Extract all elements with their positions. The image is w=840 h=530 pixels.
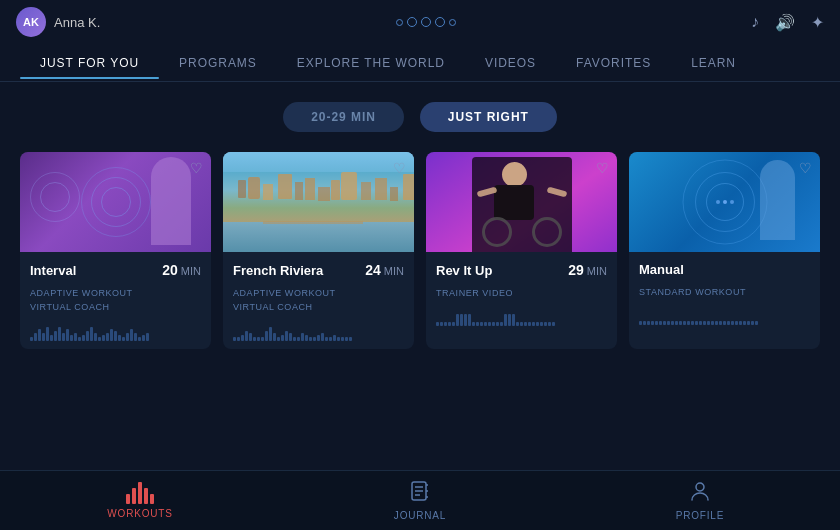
logo-dots xyxy=(396,17,456,27)
card-interval-info: Interval 20 MIN ADAPTIVE WORKOUTVIRTUAL … xyxy=(20,252,211,349)
workouts-icon xyxy=(126,482,154,504)
filter-20-29-min[interactable]: 20-29 MIN xyxy=(283,102,404,132)
nav-item-just-for-you[interactable]: JUST FOR YOU xyxy=(20,48,159,78)
bluetooth-icon[interactable]: ✦ xyxy=(811,13,824,32)
card-interval-image: ♡ xyxy=(20,152,211,252)
volume-icon[interactable]: 🔊 xyxy=(775,13,795,32)
logo-dot-4 xyxy=(449,19,456,26)
bottom-nav-journal[interactable]: JOURNAL xyxy=(370,481,470,521)
card-riviera-duration: 24 MIN xyxy=(365,262,404,278)
card-riviera-waveform xyxy=(233,323,404,343)
top-icons: ♪ 🔊 ✦ xyxy=(751,13,824,32)
nav-item-learn[interactable]: LEARN xyxy=(671,48,756,78)
card-rev-heart[interactable]: ♡ xyxy=(596,160,609,176)
user-name: Anna K. xyxy=(54,15,100,30)
main-content: 20-29 MIN JUST RIGHT ♡ xyxy=(0,82,840,359)
user-info: AK Anna K. xyxy=(16,7,100,37)
card-manual-waveform xyxy=(639,307,810,327)
card-rev-title: Rev It Up xyxy=(436,263,492,278)
card-rev-it-up[interactable]: ♡ Rev It Up 29 MIN TRAINER VIDEO xyxy=(426,152,617,349)
profile-icon xyxy=(689,480,711,506)
center-logo xyxy=(396,17,456,27)
profile-label: PROFILE xyxy=(676,510,724,521)
card-rev-tags: TRAINER VIDEO xyxy=(436,286,607,300)
card-manual-info: Manual STANDARD WORKOUT xyxy=(629,252,820,333)
card-interval-waveform xyxy=(30,323,201,343)
card-rev-waveform xyxy=(436,308,607,328)
card-manual-heart[interactable]: ♡ xyxy=(799,160,812,176)
filter-just-right[interactable]: JUST RIGHT xyxy=(420,102,557,132)
logo-dot-1 xyxy=(396,19,403,26)
card-riviera-image: ♡ xyxy=(223,152,414,252)
bottom-nav-profile[interactable]: PROFILE xyxy=(650,480,750,521)
card-manual[interactable]: ♡ Manual STANDARD WORKOUT xyxy=(629,152,820,349)
nav-bar: JUST FOR YOU PROGRAMS EXPLORE THE WORLD … xyxy=(0,44,840,82)
music-icon[interactable]: ♪ xyxy=(751,13,759,31)
card-rev-info: Rev It Up 29 MIN TRAINER VIDEO xyxy=(426,252,617,334)
card-manual-title: Manual xyxy=(639,262,684,277)
card-riviera-tags: ADAPTIVE WORKOUTVIRTUAL COACH xyxy=(233,286,404,315)
nav-item-explore-world[interactable]: EXPLORE THE WORLD xyxy=(277,48,465,78)
card-rev-duration: 29 MIN xyxy=(568,262,607,278)
svg-point-7 xyxy=(696,483,704,491)
journal-icon xyxy=(410,481,430,506)
card-interval[interactable]: ♡ Interval 20 MIN ADAPTIVE WORKOUTVIRTUA… xyxy=(20,152,211,349)
card-interval-tags: ADAPTIVE WORKOUTVIRTUAL COACH xyxy=(30,286,201,315)
card-interval-title: Interval xyxy=(30,263,76,278)
logo-dot-2 xyxy=(407,17,417,27)
card-manual-image: ♡ xyxy=(629,152,820,252)
card-manual-tags: STANDARD WORKOUT xyxy=(639,285,810,299)
filter-row: 20-29 MIN JUST RIGHT xyxy=(20,102,820,132)
card-interval-heart[interactable]: ♡ xyxy=(190,160,203,176)
top-bar: AK Anna K. ♪ 🔊 ✦ xyxy=(0,0,840,44)
card-rev-image: ♡ xyxy=(426,152,617,252)
logo-dot-3 xyxy=(435,17,445,27)
avatar: AK xyxy=(16,7,46,37)
logo-dot-center xyxy=(421,17,431,27)
card-interval-duration: 20 MIN xyxy=(162,262,201,278)
nav-item-videos[interactable]: VIDEOS xyxy=(465,48,556,78)
card-riviera-heart[interactable]: ♡ xyxy=(393,160,406,176)
nav-item-favorites[interactable]: FAVORITES xyxy=(556,48,671,78)
card-riviera-title: French Riviera xyxy=(233,263,323,278)
bottom-nav-workouts[interactable]: WORKOUTS xyxy=(90,482,190,519)
card-riviera-info: French Riviera 24 MIN ADAPTIVE WORKOUTVI… xyxy=(223,252,414,349)
workouts-label: WORKOUTS xyxy=(107,508,172,519)
card-french-riviera[interactable]: ♡ French Riviera 24 MIN ADAPTIVE WORKOUT… xyxy=(223,152,414,349)
cards-grid: ♡ Interval 20 MIN ADAPTIVE WORKOUTVIRTUA… xyxy=(20,152,820,349)
journal-label: JOURNAL xyxy=(394,510,446,521)
bottom-nav: WORKOUTS JOURNAL PROFILE xyxy=(0,470,840,530)
nav-item-programs[interactable]: PROGRAMS xyxy=(159,48,277,78)
